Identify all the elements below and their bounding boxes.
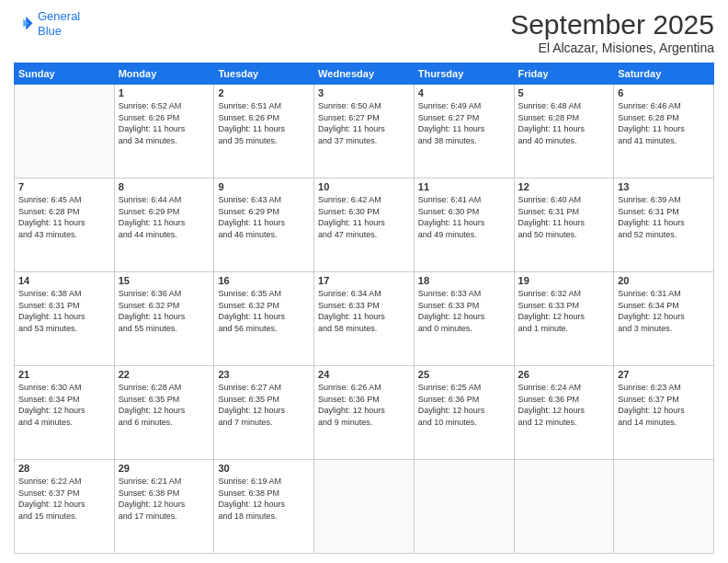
day-number: 14 [18, 275, 110, 286]
day-number: 17 [318, 275, 410, 286]
calendar-week-row: 1Sunrise: 6:52 AM Sunset: 6:26 PM Daylig… [15, 85, 714, 178]
day-number: 24 [318, 369, 410, 380]
day-info: Sunrise: 6:23 AM Sunset: 6:37 PM Dayligh… [618, 382, 710, 428]
day-info: Sunrise: 6:46 AM Sunset: 6:28 PM Dayligh… [618, 100, 710, 146]
day-info: Sunrise: 6:35 AM Sunset: 6:32 PM Dayligh… [218, 288, 310, 334]
day-number: 10 [318, 181, 410, 192]
table-row: 10Sunrise: 6:42 AM Sunset: 6:30 PM Dayli… [314, 178, 415, 272]
table-row: 28Sunrise: 6:22 AM Sunset: 6:37 PM Dayli… [15, 460, 115, 554]
table-row: 1Sunrise: 6:52 AM Sunset: 6:26 PM Daylig… [114, 85, 214, 178]
table-row [314, 460, 415, 554]
day-info: Sunrise: 6:51 AM Sunset: 6:26 PM Dayligh… [218, 100, 310, 146]
table-row: 30Sunrise: 6:19 AM Sunset: 6:38 PM Dayli… [214, 460, 314, 554]
table-row: 25Sunrise: 6:25 AM Sunset: 6:36 PM Dayli… [414, 366, 514, 460]
col-wednesday: Wednesday [314, 63, 415, 85]
day-number: 16 [218, 275, 310, 286]
col-sunday: Sunday [15, 63, 115, 85]
day-number: 20 [618, 275, 710, 286]
day-number: 15 [119, 275, 210, 286]
table-row: 3Sunrise: 6:50 AM Sunset: 6:27 PM Daylig… [314, 85, 415, 178]
calendar-week-row: 28Sunrise: 6:22 AM Sunset: 6:37 PM Dayli… [15, 460, 714, 554]
table-row: 21Sunrise: 6:30 AM Sunset: 6:34 PM Dayli… [15, 366, 115, 460]
table-row [614, 460, 714, 554]
day-number: 27 [618, 369, 710, 380]
page: General Blue September 2025 El Alcazar, … [0, 0, 728, 563]
day-number: 3 [318, 87, 410, 98]
day-number: 22 [119, 369, 210, 380]
main-title: September 2025 [510, 9, 714, 40]
day-number: 4 [418, 87, 510, 98]
title-block: September 2025 El Alcazar, Misiones, Arg… [510, 9, 714, 55]
day-info: Sunrise: 6:28 AM Sunset: 6:35 PM Dayligh… [119, 382, 210, 428]
day-number: 21 [18, 369, 110, 380]
day-info: Sunrise: 6:41 AM Sunset: 6:30 PM Dayligh… [418, 194, 510, 240]
day-info: Sunrise: 6:38 AM Sunset: 6:31 PM Dayligh… [18, 288, 110, 334]
logo: General Blue [14, 9, 80, 38]
logo-general: General [38, 9, 80, 23]
calendar-week-row: 21Sunrise: 6:30 AM Sunset: 6:34 PM Dayli… [15, 366, 714, 460]
day-info: Sunrise: 6:34 AM Sunset: 6:33 PM Dayligh… [318, 288, 410, 334]
day-info: Sunrise: 6:49 AM Sunset: 6:27 PM Dayligh… [418, 100, 510, 146]
table-row: 8Sunrise: 6:44 AM Sunset: 6:29 PM Daylig… [114, 178, 214, 272]
day-info: Sunrise: 6:45 AM Sunset: 6:28 PM Dayligh… [18, 194, 110, 240]
day-info: Sunrise: 6:19 AM Sunset: 6:38 PM Dayligh… [218, 476, 310, 522]
calendar-header-row: Sunday Monday Tuesday Wednesday Thursday… [15, 63, 714, 85]
table-row: 5Sunrise: 6:48 AM Sunset: 6:28 PM Daylig… [514, 85, 614, 178]
calendar-week-row: 7Sunrise: 6:45 AM Sunset: 6:28 PM Daylig… [15, 178, 714, 272]
day-info: Sunrise: 6:40 AM Sunset: 6:31 PM Dayligh… [518, 194, 610, 240]
day-info: Sunrise: 6:24 AM Sunset: 6:36 PM Dayligh… [518, 382, 610, 428]
calendar-week-row: 14Sunrise: 6:38 AM Sunset: 6:31 PM Dayli… [15, 272, 714, 366]
calendar-table: Sunday Monday Tuesday Wednesday Thursday… [14, 63, 714, 554]
day-info: Sunrise: 6:33 AM Sunset: 6:33 PM Dayligh… [418, 288, 510, 334]
table-row: 16Sunrise: 6:35 AM Sunset: 6:32 PM Dayli… [214, 272, 314, 366]
day-info: Sunrise: 6:25 AM Sunset: 6:36 PM Dayligh… [418, 382, 510, 428]
day-info: Sunrise: 6:31 AM Sunset: 6:34 PM Dayligh… [618, 288, 710, 334]
table-row: 26Sunrise: 6:24 AM Sunset: 6:36 PM Dayli… [514, 366, 614, 460]
day-number: 19 [518, 275, 610, 286]
day-number: 9 [218, 181, 310, 192]
day-info: Sunrise: 6:42 AM Sunset: 6:30 PM Dayligh… [318, 194, 410, 240]
day-info: Sunrise: 6:21 AM Sunset: 6:38 PM Dayligh… [119, 476, 210, 522]
table-row [414, 460, 514, 554]
day-info: Sunrise: 6:50 AM Sunset: 6:27 PM Dayligh… [318, 100, 410, 146]
day-info: Sunrise: 6:36 AM Sunset: 6:32 PM Dayligh… [119, 288, 210, 334]
table-row: 27Sunrise: 6:23 AM Sunset: 6:37 PM Dayli… [614, 366, 714, 460]
day-info: Sunrise: 6:26 AM Sunset: 6:36 PM Dayligh… [318, 382, 410, 428]
table-row: 9Sunrise: 6:43 AM Sunset: 6:29 PM Daylig… [214, 178, 314, 272]
day-number: 2 [218, 87, 310, 98]
day-number: 30 [218, 463, 310, 474]
table-row: 15Sunrise: 6:36 AM Sunset: 6:32 PM Dayli… [114, 272, 214, 366]
table-row: 22Sunrise: 6:28 AM Sunset: 6:35 PM Dayli… [114, 366, 214, 460]
day-number: 18 [418, 275, 510, 286]
table-row: 19Sunrise: 6:32 AM Sunset: 6:33 PM Dayli… [514, 272, 614, 366]
table-row: 17Sunrise: 6:34 AM Sunset: 6:33 PM Dayli… [314, 272, 415, 366]
header: General Blue September 2025 El Alcazar, … [14, 9, 714, 55]
table-row: 4Sunrise: 6:49 AM Sunset: 6:27 PM Daylig… [414, 85, 514, 178]
table-row: 2Sunrise: 6:51 AM Sunset: 6:26 PM Daylig… [214, 85, 314, 178]
day-number: 23 [218, 369, 310, 380]
table-row: 24Sunrise: 6:26 AM Sunset: 6:36 PM Dayli… [314, 366, 415, 460]
day-info: Sunrise: 6:22 AM Sunset: 6:37 PM Dayligh… [18, 476, 110, 522]
table-row: 20Sunrise: 6:31 AM Sunset: 6:34 PM Dayli… [614, 272, 714, 366]
day-number: 6 [618, 87, 710, 98]
day-info: Sunrise: 6:32 AM Sunset: 6:33 PM Dayligh… [518, 288, 610, 334]
day-info: Sunrise: 6:52 AM Sunset: 6:26 PM Dayligh… [119, 100, 210, 146]
table-row: 29Sunrise: 6:21 AM Sunset: 6:38 PM Dayli… [114, 460, 214, 554]
day-number: 13 [618, 181, 710, 192]
table-row [514, 460, 614, 554]
day-number: 12 [518, 181, 610, 192]
col-thursday: Thursday [414, 63, 514, 85]
day-number: 5 [518, 87, 610, 98]
day-number: 26 [518, 369, 610, 380]
table-row: 18Sunrise: 6:33 AM Sunset: 6:33 PM Dayli… [414, 272, 514, 366]
day-info: Sunrise: 6:30 AM Sunset: 6:34 PM Dayligh… [18, 382, 110, 428]
day-number: 1 [119, 87, 210, 98]
col-saturday: Saturday [614, 63, 714, 85]
day-number: 29 [119, 463, 210, 474]
logo-icon [14, 14, 34, 34]
table-row [15, 85, 115, 178]
table-row: 13Sunrise: 6:39 AM Sunset: 6:31 PM Dayli… [614, 178, 714, 272]
day-number: 25 [418, 369, 510, 380]
logo-text: General Blue [38, 9, 80, 38]
day-number: 7 [18, 181, 110, 192]
